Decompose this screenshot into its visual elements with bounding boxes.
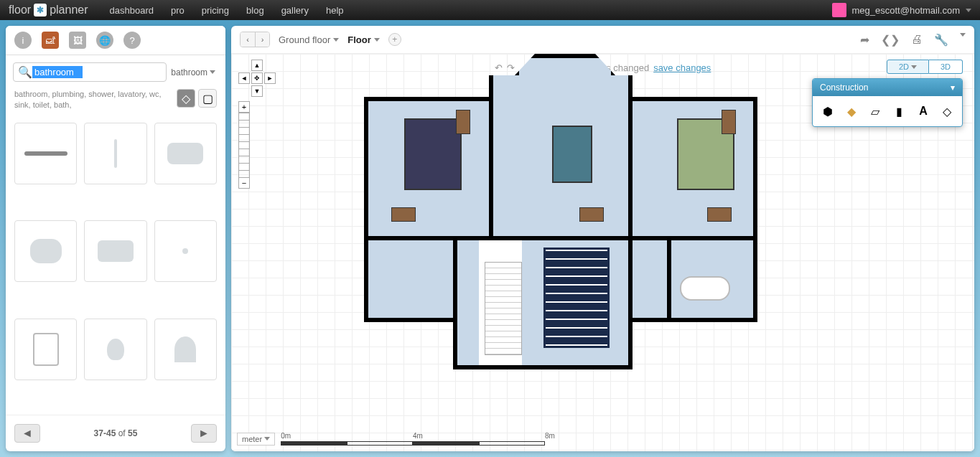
export-icon[interactable]: ➦ <box>860 33 869 47</box>
logo-icon: ✱ <box>34 4 47 17</box>
undo-icon[interactable]: ↶ <box>495 62 503 73</box>
library-item[interactable] <box>14 220 77 282</box>
chevron-down-icon <box>374 38 380 42</box>
ground-floor-dropdown[interactable]: Ground floor <box>279 34 339 45</box>
scale-8: 8m <box>545 432 555 440</box>
pan-left-button[interactable]: ◄ <box>238 72 250 84</box>
left-toolbar: i 🛋 🖼 🌐 ? <box>6 26 225 55</box>
view-mode-toggle: 2D 3D <box>887 60 963 74</box>
pan-zoom-controls: ▲ ◄ ✥ ► ▼ + − <box>238 60 276 189</box>
view-2d-toggle[interactable]: ▢ <box>198 89 217 108</box>
chevron-down-icon <box>333 38 339 42</box>
library-item[interactable] <box>84 220 146 282</box>
canvas-toolbar: ‹ › Ground floor Floor + ➦ ❮❯ 🖨 🔧 <box>231 26 974 54</box>
scale-bar: meter 0m 4m 8m <box>237 432 555 446</box>
nav-forward-button[interactable]: › <box>255 32 269 47</box>
construction-header[interactable]: Construction ▾ <box>813 79 962 96</box>
nav-pricing[interactable]: pricing <box>202 5 229 16</box>
print-icon[interactable]: 🖨 <box>911 33 923 47</box>
view-2d-button[interactable]: 2D <box>887 60 929 74</box>
floor-dropdown[interactable]: Floor <box>347 34 380 45</box>
chevron-down-icon <box>264 437 270 440</box>
door-tool-icon[interactable]: ▮ <box>890 102 908 121</box>
library-item[interactable] <box>14 319 77 380</box>
search-input[interactable] <box>32 66 83 78</box>
nav-help[interactable]: help <box>326 5 344 16</box>
search-icon: 🔍 <box>18 65 32 79</box>
search-tags: bathroom, plumbing, shower, lavatory, wc… <box>14 89 177 111</box>
chevron-down-icon: ▾ <box>951 83 955 93</box>
nav-dashboard[interactable]: dashboard <box>110 5 154 16</box>
chevron-down-icon <box>911 65 917 69</box>
zoom-slider[interactable] <box>238 113 250 177</box>
chevron-down-icon <box>960 33 966 37</box>
share-icon[interactable]: ❮❯ <box>881 33 900 47</box>
nav-gallery[interactable]: gallery <box>281 5 309 16</box>
construction-panel: Construction ▾ ⬢ ◆ ▱ ▮ A ◇ <box>812 78 963 127</box>
library-panel: i 🛋 🖼 🌐 ? 🔍 bathroom bathroom, plumbing,… <box>6 26 225 451</box>
zoom-out-button[interactable]: − <box>238 177 250 189</box>
library-item[interactable] <box>84 123 146 184</box>
history-nav: ‹ › <box>240 32 270 47</box>
nav-back-button[interactable]: ‹ <box>241 32 255 47</box>
save-changes-link[interactable]: save changes <box>653 62 711 73</box>
search-filter-dropdown[interactable]: bathroom <box>171 67 218 77</box>
nav-blog[interactable]: blog <box>246 5 264 16</box>
unit-dropdown[interactable]: meter <box>237 433 275 446</box>
library-item[interactable] <box>84 319 146 380</box>
library-item[interactable] <box>154 319 217 380</box>
prev-page-button[interactable]: ◄ <box>14 424 40 443</box>
chevron-down-icon <box>210 70 215 74</box>
info-icon[interactable]: i <box>14 32 32 49</box>
pager: ◄ 37-45 of 55 ► <box>6 415 225 451</box>
logo[interactable]: floor ✱ planner <box>9 4 88 17</box>
pager-text: 37-45 of 55 <box>94 428 138 438</box>
library-item[interactable] <box>154 123 217 184</box>
room-tool-icon[interactable]: ⬢ <box>818 102 836 121</box>
top-nav-links: dashboard pro pricing blog gallery help <box>110 5 832 16</box>
avatar <box>832 3 846 17</box>
images-icon[interactable]: 🖼 <box>69 32 86 49</box>
library-grid <box>6 117 225 415</box>
top-nav-bar: floor ✱ planner dashboard pro pricing bl… <box>0 0 980 20</box>
pan-down-button[interactable]: ▼ <box>251 85 263 97</box>
redo-icon[interactable]: ↷ <box>507 62 515 73</box>
filter-label: bathroom <box>171 67 207 77</box>
wall-tool-icon[interactable]: ◆ <box>842 102 860 121</box>
logo-text-2: planner <box>50 4 88 17</box>
scale-4: 4m <box>413 432 423 440</box>
view-3d-toggle[interactable]: ◇ <box>177 89 195 108</box>
library-item[interactable] <box>154 220 217 282</box>
user-email: meg_escott@hotmail.com <box>852 5 960 16</box>
user-menu[interactable]: meg_escott@hotmail.com <box>832 3 971 17</box>
pan-up-button[interactable]: ▲ <box>251 60 263 71</box>
pan-right-button[interactable]: ► <box>264 72 276 84</box>
canvas-panel: ‹ › Ground floor Floor + ➦ ❮❯ 🖨 🔧 <box>231 26 974 451</box>
scale-0: 0m <box>281 432 291 440</box>
view-3d-button[interactable]: 3D <box>929 60 963 74</box>
help-icon[interactable]: ? <box>123 32 141 49</box>
library-item[interactable] <box>14 123 77 184</box>
furniture-icon[interactable]: 🛋 <box>42 32 59 49</box>
dimension-tool-icon[interactable]: ◇ <box>938 102 956 121</box>
search-box[interactable]: 🔍 <box>13 62 167 82</box>
settings-icon[interactable]: 🔧 <box>934 33 948 47</box>
text-tool-icon[interactable]: A <box>914 102 932 121</box>
add-floor-button[interactable]: + <box>388 33 401 46</box>
next-page-button[interactable]: ► <box>191 424 217 443</box>
floor-plan[interactable] <box>364 75 773 377</box>
logo-text-1: floor <box>9 4 31 17</box>
nav-pro[interactable]: pro <box>171 5 185 16</box>
surface-tool-icon[interactable]: ▱ <box>867 102 885 121</box>
pan-center-button[interactable]: ✥ <box>251 72 263 84</box>
chevron-down-icon <box>966 9 971 12</box>
globe-icon[interactable]: 🌐 <box>96 32 113 49</box>
canvas[interactable]: ▲ ◄ ✥ ► ▼ + − ↶ ↷ second design <box>231 54 974 451</box>
zoom-in-button[interactable]: + <box>238 101 250 113</box>
